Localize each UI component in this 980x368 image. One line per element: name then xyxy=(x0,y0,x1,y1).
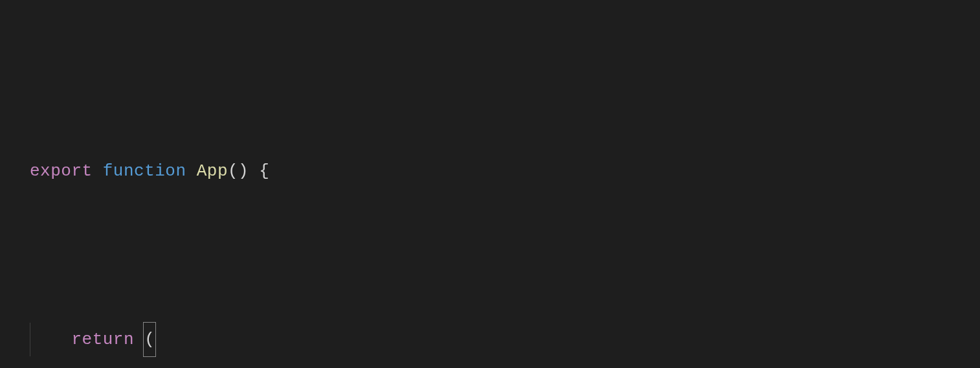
whitespace xyxy=(249,154,259,188)
whitespace xyxy=(186,154,197,188)
code-line[interactable]: export function App () { xyxy=(30,154,980,188)
function-name: App xyxy=(197,154,228,188)
keyword-export: export xyxy=(30,154,93,188)
keyword-return: return xyxy=(71,323,134,356)
open-paren-matched: ( xyxy=(143,322,156,357)
paren-pair: () xyxy=(228,154,249,188)
code-editor[interactable]: export function App () { return ( < Box xyxy=(0,0,980,368)
indent xyxy=(30,323,71,356)
whitespace xyxy=(93,154,103,188)
code-line[interactable]: return ( xyxy=(30,323,980,356)
open-brace: { xyxy=(259,154,269,188)
keyword-function: function xyxy=(103,154,186,188)
